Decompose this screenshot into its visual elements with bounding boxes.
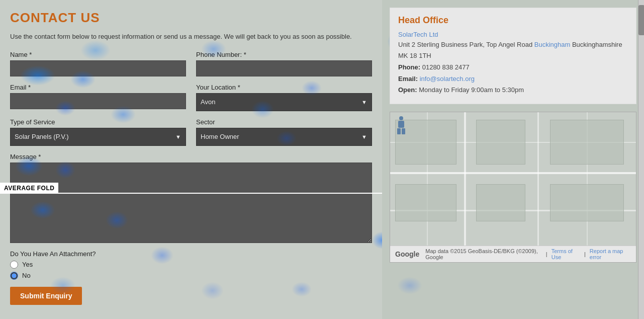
company-address: Unit 2 Sterling Business Park, Top Angel… [398, 40, 628, 49]
company-name: SolarTech Ltd [398, 31, 628, 38]
map-background [390, 112, 636, 262]
open-label: Open: [398, 86, 417, 94]
phone-value: 01280 838 2477 [422, 63, 470, 71]
map-area: Google Map data ©2015 GeoBasis-DE/BKG (©… [390, 112, 636, 263]
terms-of-use-link[interactable]: Terms of Use [551, 248, 580, 260]
attachment-no-row: No [10, 272, 372, 280]
attachment-no-label: No [22, 272, 31, 279]
page-wrapper: CONTACT US Use the contact form below to… [0, 0, 644, 319]
google-logo: Google [395, 250, 419, 258]
form-row-1: Name * Phone Number: * [10, 51, 372, 76]
scrollbar-thumb[interactable] [638, 5, 644, 35]
attachment-yes-label: Yes [22, 261, 33, 268]
service-group: Type of Service Solar Panels (P.V.) [10, 118, 186, 146]
message-group: Message * [10, 153, 372, 243]
phone-group: Phone Number: * [196, 51, 372, 76]
form-row-3: Type of Service Solar Panels (P.V.) Sect… [10, 118, 372, 146]
address-line1: Unit 2 Sterling Business Park, Top Angel… [398, 41, 532, 48]
left-panel: CONTACT US Use the contact form below to… [0, 0, 382, 319]
head-office-title: Head Office [398, 15, 628, 26]
attachment-yes-row: Yes [10, 261, 372, 269]
person-svg [395, 116, 407, 136]
right-panel: Head Office SolarTech Ltd Unit 2 Sterlin… [382, 0, 644, 319]
page-description: Use the contact form below to request in… [10, 32, 372, 42]
map-separator2: | [584, 251, 586, 257]
svg-rect-0 [399, 116, 403, 120]
location-group: Your Location * Avon [196, 84, 372, 111]
company-open: Open: Monday to Friday 9:00am to 5:30pm [398, 85, 628, 95]
name-input[interactable] [10, 60, 186, 76]
name-label: Name * [10, 51, 186, 58]
street-view-icon[interactable] [395, 116, 407, 136]
attachment-yes-radio[interactable] [10, 261, 18, 269]
location-label: Your Location * [196, 84, 372, 91]
map-footer: Google Map data ©2015 GeoBasis-DE/BKG (©… [390, 246, 636, 262]
phone-label: Phone Number: * [196, 51, 372, 58]
attachment-group: Do You Have An Attachment? Yes No [10, 250, 372, 280]
map-separator1: | [546, 251, 547, 257]
phone-label: Phone: [398, 63, 420, 71]
message-input[interactable] [10, 163, 372, 243]
sector-select[interactable]: Home Owner [196, 128, 372, 146]
company-postcode: MK 18 1TH [398, 51, 628, 60]
company-email: Email: info@solartech.org [398, 74, 628, 84]
name-group: Name * [10, 51, 186, 76]
email-group: Email * [10, 84, 186, 111]
sector-select-wrapper: Home Owner [196, 128, 372, 146]
email-link[interactable]: info@solartech.org [420, 75, 475, 83]
company-phone: Phone: 01280 838 2477 [398, 62, 628, 72]
service-label: Type of Service [10, 118, 186, 126]
svg-rect-3 [402, 128, 405, 134]
form-row-2: Email * Your Location * Avon [10, 84, 372, 111]
address-region: Buckinghamshire [572, 41, 622, 48]
sector-group: Sector Home Owner [196, 118, 372, 146]
address-city-link[interactable]: Buckingham [534, 41, 571, 48]
scrollbar[interactable] [638, 0, 644, 319]
sector-label: Sector [196, 118, 372, 126]
phone-input[interactable] [196, 60, 372, 76]
svg-rect-2 [397, 128, 401, 134]
head-office-box: Head Office SolarTech Ltd Unit 2 Sterlin… [390, 8, 636, 104]
service-select-wrapper: Solar Panels (P.V.) [10, 128, 186, 146]
location-select[interactable]: Avon [196, 93, 372, 111]
email-label-office: Email: [398, 75, 418, 83]
avg-fold-label: AVERAGE FOLD [0, 183, 58, 194]
email-label: Email * [10, 84, 186, 91]
attachment-no-radio[interactable] [10, 272, 18, 280]
open-value: Monday to Friday 9:00am to 5:30pm [419, 86, 524, 94]
map-data-text: Map data ©2015 GeoBasis-DE/BKG (©2009), … [425, 248, 542, 260]
report-map-link[interactable]: Report a map error [590, 248, 631, 260]
page-title: CONTACT US [10, 10, 372, 26]
svg-rect-1 [398, 121, 404, 128]
message-label: Message * [10, 153, 372, 161]
attachment-label: Do You Have An Attachment? [10, 250, 372, 258]
submit-button[interactable]: Submit Enquiry [10, 287, 82, 305]
service-select[interactable]: Solar Panels (P.V.) [10, 128, 186, 146]
email-input[interactable] [10, 93, 186, 109]
location-select-wrapper: Avon [196, 93, 372, 111]
